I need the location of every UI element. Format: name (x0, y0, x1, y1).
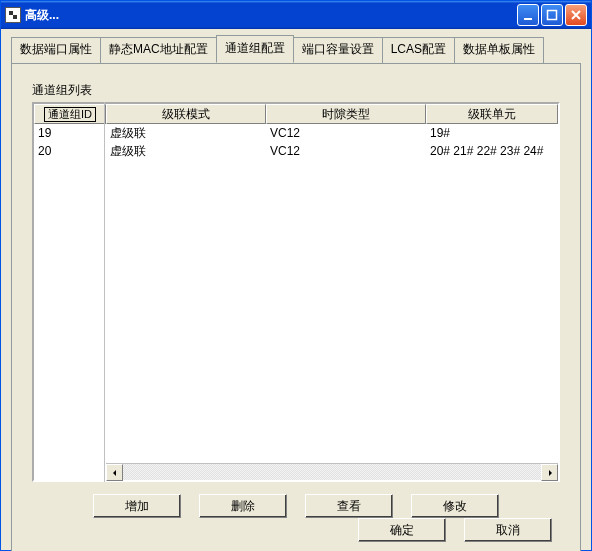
cell-mode: 虚级联 (106, 125, 266, 142)
minimize-button[interactable] (517, 4, 539, 26)
tab-panel: 通道组列表 通道组ID 级联模式 时隙类型 级联单元 19 虚级联 VC12 1… (11, 63, 581, 551)
table-row[interactable]: 19 虚级联 VC12 19# (34, 124, 558, 142)
cell-unit: 19# (426, 126, 558, 140)
scroll-left-button[interactable] (106, 464, 123, 481)
col-header-mode[interactable]: 级联模式 (106, 104, 266, 124)
tab-channel-group[interactable]: 通道组配置 (216, 35, 294, 63)
svg-rect-1 (548, 11, 557, 20)
client-area: 数据端口属性 静态MAC地址配置 通道组配置 端口容量设置 LCAS配置 数据单… (1, 29, 591, 550)
app-icon (5, 7, 21, 23)
tab-data-port-props[interactable]: 数据端口属性 (11, 37, 101, 65)
cancel-button[interactable]: 取消 (464, 518, 552, 542)
window: 高级... 数据端口属性 静态MAC地址配置 通道组配置 端口容量设置 LCAS… (0, 0, 592, 551)
add-button[interactable]: 增加 (93, 494, 181, 518)
cell-slot: VC12 (266, 126, 426, 140)
view-button[interactable]: 查看 (305, 494, 393, 518)
tab-lcas[interactable]: LCAS配置 (382, 37, 455, 65)
tab-data-board-props[interactable]: 数据单板属性 (454, 37, 544, 65)
svg-rect-0 (524, 18, 532, 20)
col-header-unit[interactable]: 级联单元 (426, 104, 558, 124)
scroll-right-button[interactable] (541, 464, 558, 481)
cell-id: 20 (34, 144, 106, 158)
channel-group-table: 通道组ID 级联模式 时隙类型 级联单元 19 虚级联 VC12 19# 20 (32, 102, 560, 482)
ok-button[interactable]: 确定 (358, 518, 446, 542)
close-button[interactable] (565, 4, 587, 26)
scroll-track[interactable] (123, 464, 541, 480)
table-body: 19 虚级联 VC12 19# 20 虚级联 VC12 20# 21# 22# … (34, 124, 558, 463)
horizontal-scrollbar[interactable] (106, 463, 558, 480)
col-header-slot[interactable]: 时隙类型 (266, 104, 426, 124)
action-row: 增加 删除 查看 修改 (12, 494, 580, 518)
tab-port-capacity[interactable]: 端口容量设置 (293, 37, 383, 65)
titlebar: 高级... (1, 1, 591, 29)
cell-unit: 20# 21# 22# 23# 24# (426, 144, 558, 158)
col-header-id[interactable]: 通道组ID (34, 104, 106, 124)
tab-static-mac[interactable]: 静态MAC地址配置 (100, 37, 217, 65)
tab-strip: 数据端口属性 静态MAC地址配置 通道组配置 端口容量设置 LCAS配置 数据单… (1, 29, 591, 63)
table-header: 通道组ID 级联模式 时隙类型 级联单元 (34, 104, 558, 124)
window-buttons (517, 4, 587, 26)
cell-slot: VC12 (266, 144, 426, 158)
list-label: 通道组列表 (32, 82, 92, 99)
maximize-button[interactable] (541, 4, 563, 26)
table-row[interactable]: 20 虚级联 VC12 20# 21# 22# 23# 24# (34, 142, 558, 160)
col-header-id-label: 通道组ID (44, 107, 96, 122)
column-divider (104, 102, 105, 482)
cell-mode: 虚级联 (106, 143, 266, 160)
cell-id: 19 (34, 126, 106, 140)
dialog-buttons: 确定 取消 (358, 518, 552, 542)
modify-button[interactable]: 修改 (411, 494, 499, 518)
delete-button[interactable]: 删除 (199, 494, 287, 518)
window-title: 高级... (25, 7, 517, 24)
